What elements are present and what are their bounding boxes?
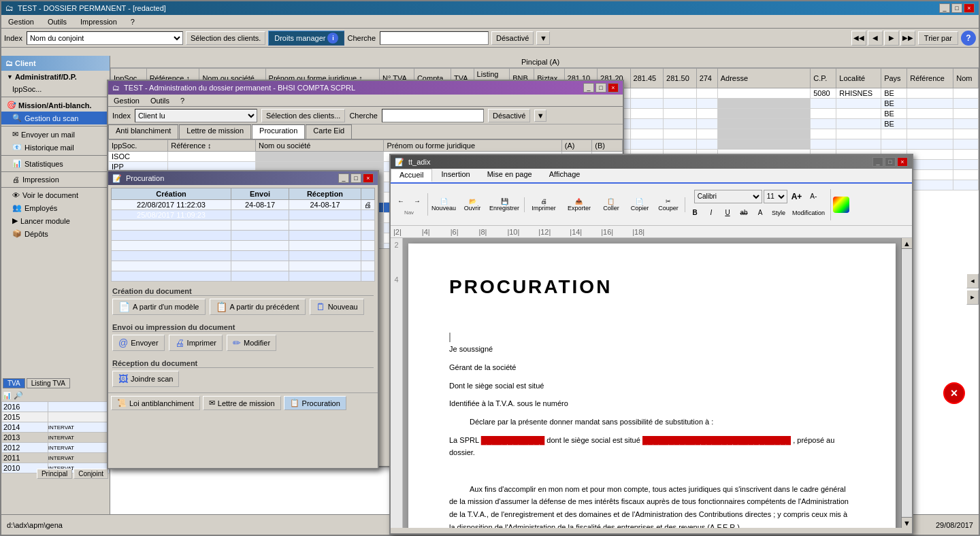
bold-btn[interactable]: B bbox=[687, 205, 702, 220]
admin-desactive-toggle[interactable]: ▼ bbox=[534, 110, 546, 122]
proc-row-2[interactable]: 25/08/2017 11:09:23 bbox=[112, 210, 375, 220]
lettre-mission-btn[interactable]: ✉ Lettre de mission bbox=[203, 396, 281, 410]
col-274[interactable]: 274 bbox=[696, 69, 717, 88]
cut-btn[interactable]: ✂Couper bbox=[655, 197, 682, 212]
col-pays[interactable]: Pays bbox=[881, 69, 907, 88]
imprimer-btn[interactable]: 🖨 Imprimer bbox=[169, 335, 223, 351]
print-btn[interactable]: 🖨Imprimer bbox=[527, 197, 561, 212]
sidebar-lancer-module[interactable]: ▶ Lancer module bbox=[1, 214, 110, 227]
tab-insertion[interactable]: Insertion bbox=[433, 169, 478, 182]
doc-scroll[interactable]: PROCURATION Je soussigné Gérant de la so… bbox=[403, 238, 901, 528]
font-increase-btn[interactable]: A+ bbox=[789, 189, 805, 204]
scroll-up-btn[interactable]: ▲ bbox=[902, 238, 912, 249]
nav-first[interactable]: ◀◀ bbox=[851, 31, 866, 46]
desactive-toggle[interactable]: ▼ bbox=[536, 31, 550, 45]
proc-close[interactable]: × bbox=[363, 173, 374, 183]
sidebar-voir-doc[interactable]: 👁 Voir le document bbox=[1, 189, 110, 201]
desactive-btn[interactable]: Désactivé bbox=[491, 31, 534, 45]
save-btn[interactable]: 💾Enregistrer bbox=[487, 197, 521, 212]
proc-row-1[interactable]: 22/08/2017 11:22:03 24-08-17 24-08-17 🖨 bbox=[112, 200, 375, 210]
sidebar-mission-section[interactable]: 🎯 Mission/Anti-blanch. bbox=[1, 99, 110, 112]
tva-tab[interactable]: TVA bbox=[3, 378, 25, 388]
tab-affichage[interactable]: Affichage bbox=[541, 169, 589, 182]
highlight-btn[interactable]: A bbox=[753, 205, 768, 220]
admin-col-nom[interactable]: Nom ou société bbox=[256, 140, 384, 152]
tab-accueil[interactable]: Accueil bbox=[391, 169, 432, 182]
sidebar-stats[interactable]: 📊 Statistiques bbox=[1, 157, 110, 170]
loi-antiblanchiment-btn[interactable]: 📜 Loi antiblanchiment bbox=[111, 396, 200, 410]
proc-maximize[interactable]: □ bbox=[350, 173, 361, 183]
menu-help[interactable]: ? bbox=[127, 17, 139, 27]
conjoint-btn[interactable]: Conjoint bbox=[74, 469, 108, 479]
cherche-input[interactable] bbox=[380, 31, 489, 45]
maximize-btn[interactable]: □ bbox=[951, 3, 962, 13]
droits-manager-btn[interactable]: Droits manager i bbox=[268, 31, 344, 46]
sidebar-depots[interactable]: 📦 Dépôts bbox=[1, 227, 110, 240]
tab-mise-en-page[interactable]: Mise en page bbox=[479, 169, 540, 182]
a-partir-precedent-btn[interactable]: 📋 A partir du précédent bbox=[210, 299, 306, 315]
font-decrease-btn[interactable]: A- bbox=[806, 189, 821, 204]
mod-btn[interactable]: Modification bbox=[789, 205, 828, 220]
strikethrough-btn[interactable]: ab bbox=[736, 205, 751, 220]
color-picker-icon[interactable] bbox=[833, 197, 849, 213]
menu-outils[interactable]: Outils bbox=[44, 17, 71, 27]
font-size-select[interactable]: 11 12 14 bbox=[764, 190, 787, 203]
admin-desactive-btn[interactable]: Désactivé bbox=[488, 109, 530, 122]
admin-col-prenom[interactable]: Prénom ou forme juridique bbox=[384, 140, 561, 152]
menu-gestion[interactable]: Gestion bbox=[4, 17, 38, 27]
col-cp[interactable]: C.P. bbox=[811, 69, 836, 88]
sidebar-ippsoc[interactable]: IppSoc... bbox=[1, 83, 110, 95]
admin-close[interactable]: × bbox=[608, 83, 619, 93]
open-btn[interactable]: 📂Ouvrir bbox=[459, 197, 486, 212]
menu-impression[interactable]: Impression bbox=[76, 17, 121, 27]
admin-col-b[interactable]: (B) bbox=[592, 140, 623, 152]
underline-btn[interactable]: U bbox=[720, 205, 735, 220]
sidebar-employes[interactable]: 👥 Employés bbox=[1, 201, 110, 214]
col-localite[interactable]: Localité bbox=[836, 69, 881, 88]
listing-tva-tab[interactable]: Listing TVA bbox=[27, 378, 70, 388]
italic-btn[interactable]: I bbox=[704, 205, 719, 220]
admin-tab-lettre[interactable]: Lettre de mission bbox=[179, 124, 251, 139]
col-281-50[interactable]: 281.50 bbox=[664, 69, 697, 88]
admin-menu-help[interactable]: ? bbox=[178, 96, 187, 105]
sidebar-impression[interactable]: 🖨 Impression bbox=[1, 173, 110, 186]
error-close-btn[interactable]: × bbox=[943, 382, 965, 404]
sidebar-envoyer-mail[interactable]: ✉ Envoyer un mail bbox=[1, 128, 110, 141]
admin-menu-gestion[interactable]: Gestion bbox=[111, 96, 142, 105]
right-scrollbar[interactable]: ▲ ▼ bbox=[901, 238, 912, 528]
selection-clients-btn[interactable]: Sélection des clients. bbox=[186, 31, 265, 45]
admin-cherche-input[interactable] bbox=[382, 109, 484, 122]
nav-prev[interactable]: ◀ bbox=[868, 31, 883, 46]
sidebar-admin-section[interactable]: ▼ Administratif/D.P. bbox=[1, 71, 110, 83]
admin-col-ippsoc[interactable]: IppSoc. bbox=[109, 140, 168, 152]
close-btn[interactable]: × bbox=[964, 3, 975, 13]
doc-close[interactable]: × bbox=[897, 157, 908, 167]
admin-minimize[interactable]: _ bbox=[583, 83, 594, 93]
envoyer-btn[interactable]: @ Envoyer bbox=[112, 335, 165, 351]
admin-tab-antiblanchiment[interactable]: Anti blanchiment bbox=[108, 124, 178, 139]
admin-col-a[interactable]: (A) bbox=[561, 140, 592, 152]
joindre-scan-btn[interactable]: 🖼 Joindre scan bbox=[112, 371, 179, 387]
expand-left-btn[interactable]: ◄ bbox=[966, 273, 979, 288]
style-btn[interactable]: Style bbox=[769, 205, 788, 220]
admin-col-ref[interactable]: Référence ↕ bbox=[168, 140, 256, 152]
trier-par-btn[interactable]: Trier par bbox=[918, 31, 958, 45]
admin-maximize[interactable]: □ bbox=[595, 83, 606, 93]
forward-btn[interactable]: → bbox=[410, 193, 425, 208]
help-btn[interactable]: ? bbox=[961, 31, 976, 46]
col-nom[interactable]: Nom bbox=[953, 69, 979, 88]
admin-tab-procuration[interactable]: Procuration bbox=[252, 124, 305, 139]
admin-index-select[interactable]: Client lu bbox=[135, 109, 257, 122]
col-ref2[interactable]: Référence bbox=[907, 69, 953, 88]
a-partir-modele-btn[interactable]: 📄 A partir d'un modèle bbox=[112, 299, 206, 315]
principal-btn[interactable]: Principal bbox=[37, 469, 72, 479]
scroll-down-btn[interactable]: ▼ bbox=[902, 517, 912, 528]
col-281-45[interactable]: 281.45 bbox=[630, 69, 664, 88]
admin-selection-btn[interactable]: Sélection des clients... bbox=[261, 109, 345, 122]
export-btn[interactable]: 📤Exporter bbox=[562, 197, 596, 212]
nav-last[interactable]: ▶▶ bbox=[900, 31, 915, 46]
font-name-select[interactable]: Calibri Arial Times New Roman bbox=[694, 190, 762, 203]
expand-right-btn[interactable]: ► bbox=[966, 290, 979, 305]
index-select[interactable]: Nom du conjoint Nom ou société Prénom Ré… bbox=[27, 31, 183, 45]
nouveau-btn[interactable]: 🗒 Nouveau bbox=[310, 299, 364, 315]
